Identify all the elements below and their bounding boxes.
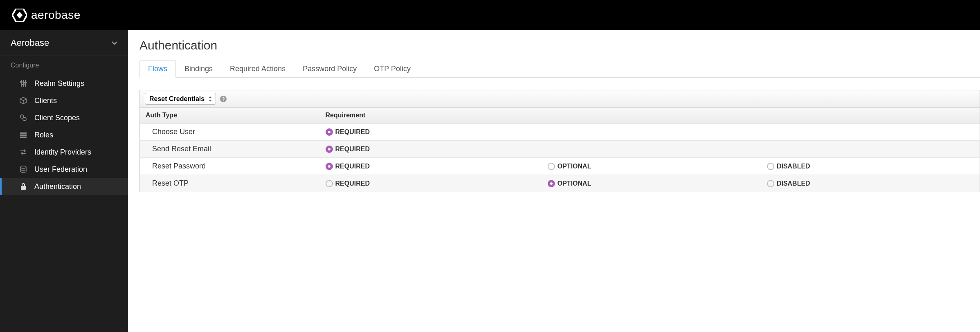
requirement-cell-disabled: DISABLED	[761, 175, 980, 192]
requirement-cell-disabled: DISABLED	[761, 158, 980, 175]
sidebar-item-label: Realm Settings	[34, 79, 84, 88]
realm-selector[interactable]: Aerobase	[0, 30, 128, 56]
sidebar-item-label: User Federation	[34, 165, 87, 174]
radio-icon[interactable]	[326, 180, 333, 187]
sidebar: Aerobase Configure Realm Settings Client…	[0, 30, 128, 332]
radio-icon[interactable]	[326, 146, 333, 153]
brand-logo[interactable]: aerobase	[12, 9, 81, 22]
tab-password-policy[interactable]: Password Policy	[294, 60, 365, 78]
tab-label: Password Policy	[303, 65, 357, 73]
tab-label: OTP Policy	[374, 65, 411, 73]
sidebar-item-realm-settings[interactable]: Realm Settings	[0, 75, 128, 92]
tab-required-actions[interactable]: Required Actions	[221, 60, 294, 78]
chevron-down-icon	[112, 40, 117, 46]
flow-select[interactable]: Reset Credentials	[145, 93, 216, 105]
radio-icon[interactable]	[767, 163, 774, 170]
help-icon[interactable]: ?	[220, 96, 227, 102]
sidebar-section-configure: Configure	[0, 56, 128, 75]
chain-icon	[19, 113, 28, 122]
svg-rect-7	[24, 82, 27, 83]
svg-rect-12	[20, 132, 27, 134]
requirement-cell-required: REQUIRED	[320, 141, 542, 158]
sidebar-item-identity-providers[interactable]: Identity Providers	[0, 144, 128, 161]
sidebar-item-label: Identity Providers	[34, 148, 91, 157]
requirement-cell-required: REQUIRED	[320, 123, 542, 141]
radio-icon[interactable]	[548, 163, 555, 170]
flow-selector-row: Reset Credentials ?	[139, 90, 980, 107]
requirement-cell-optional	[542, 141, 761, 158]
table-row: Send Reset EmailREQUIRED	[140, 141, 980, 158]
tab-label: Bindings	[184, 65, 213, 73]
radio-label: REQUIRED	[335, 180, 370, 187]
requirement-cell-required: REQUIRED	[320, 158, 542, 175]
auth-type-cell: Reset OTP	[140, 175, 320, 192]
tab-bar: Flows Bindings Required Actions Password…	[139, 60, 980, 78]
requirement-cell-optional: OPTIONAL	[542, 158, 761, 175]
sidebar-item-label: Authentication	[34, 182, 81, 191]
brand-name: aerobase	[31, 9, 81, 22]
radio-icon[interactable]	[767, 180, 774, 187]
radio-label: REQUIRED	[335, 146, 370, 153]
requirement-cell-disabled	[761, 123, 980, 141]
tab-label: Required Actions	[230, 65, 285, 73]
app-header: aerobase	[0, 0, 980, 30]
cube-icon	[19, 96, 28, 105]
col-header-requirement: Requirement	[320, 108, 980, 123]
list-icon	[19, 130, 28, 139]
swap-icon	[19, 148, 28, 157]
tab-bindings[interactable]: Bindings	[176, 60, 221, 78]
svg-rect-5	[20, 81, 22, 83]
sidebar-item-label: Client Scopes	[34, 114, 80, 122]
main-content: Authentication Flows Bindings Required A…	[128, 30, 980, 332]
radio-option-optional[interactable]: OPTIONAL	[548, 180, 755, 187]
radio-option-required[interactable]: REQUIRED	[326, 163, 536, 170]
sidebar-item-authentication[interactable]: Authentication	[0, 178, 128, 195]
radio-icon[interactable]	[326, 128, 333, 136]
table-row: Reset OTPREQUIREDOPTIONALDISABLED	[140, 175, 980, 192]
col-header-auth-type: Auth Type	[140, 108, 320, 123]
requirement-cell-optional	[542, 123, 761, 141]
radio-option-disabled[interactable]: DISABLED	[767, 180, 974, 187]
radio-label: OPTIONAL	[557, 180, 591, 187]
tab-flows[interactable]: Flows	[139, 60, 176, 78]
requirement-cell-required: REQUIRED	[320, 175, 542, 192]
svg-rect-16	[21, 186, 26, 190]
auth-type-cell: Send Reset Email	[140, 141, 320, 158]
table-row: Reset PasswordREQUIREDOPTIONALDISABLED	[140, 158, 980, 175]
svg-rect-13	[20, 135, 27, 136]
radio-option-required[interactable]: REQUIRED	[326, 146, 536, 153]
radio-label: REQUIRED	[335, 128, 370, 136]
radio-label: REQUIRED	[335, 163, 370, 170]
svg-point-11	[23, 117, 26, 121]
requirement-cell-disabled	[761, 141, 980, 158]
radio-option-required[interactable]: REQUIRED	[326, 128, 536, 136]
svg-point-15	[20, 166, 26, 168]
sidebar-item-label: Clients	[34, 96, 57, 105]
radio-option-optional[interactable]: OPTIONAL	[548, 163, 755, 170]
radio-icon[interactable]	[326, 163, 333, 170]
svg-rect-3	[23, 80, 24, 87]
svg-rect-14	[20, 137, 27, 138]
flow-panel: Reset Credentials ? Auth Type Requiremen…	[139, 90, 980, 192]
requirement-cell-optional: OPTIONAL	[542, 175, 761, 192]
radio-label: DISABLED	[777, 180, 810, 187]
lock-icon	[19, 182, 28, 191]
radio-option-required[interactable]: REQUIRED	[326, 180, 536, 187]
radio-icon[interactable]	[548, 180, 555, 187]
radio-label: OPTIONAL	[557, 163, 591, 170]
sidebar-item-clients[interactable]: Clients	[0, 92, 128, 109]
sidebar-item-roles[interactable]: Roles	[0, 126, 128, 144]
svg-rect-2	[21, 80, 22, 87]
sidebar-item-client-scopes[interactable]: Client Scopes	[0, 109, 128, 126]
logo-icon	[12, 9, 27, 22]
sidebar-item-user-federation[interactable]: User Federation	[0, 161, 128, 178]
page-title: Authentication	[139, 38, 980, 52]
flow-table: Auth Type Requirement Choose UserREQUIRE…	[139, 107, 980, 192]
table-row: Choose UserREQUIRED	[140, 123, 980, 141]
tab-otp-policy[interactable]: OTP Policy	[365, 60, 419, 78]
radio-option-disabled[interactable]: DISABLED	[767, 163, 974, 170]
auth-type-cell: Reset Password	[140, 158, 320, 175]
database-icon	[19, 165, 28, 174]
tab-label: Flows	[148, 65, 167, 73]
svg-marker-1	[17, 12, 23, 19]
